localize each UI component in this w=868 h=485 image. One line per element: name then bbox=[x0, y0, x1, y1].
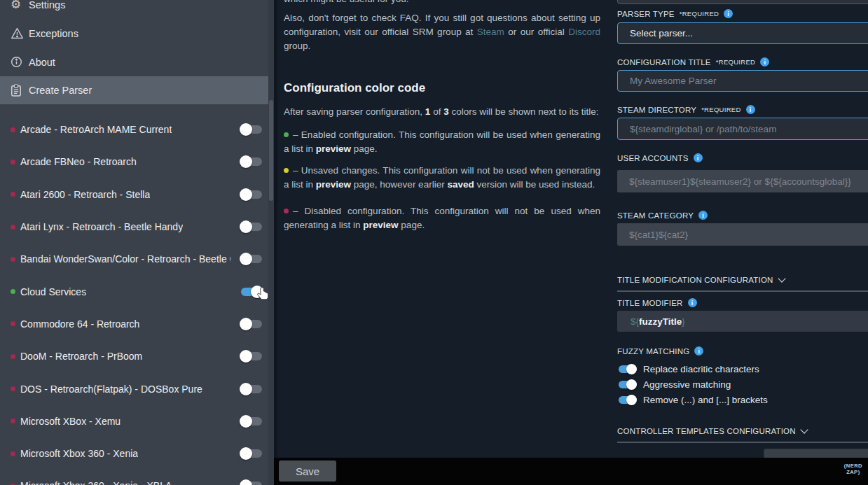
steam-directory-input[interactable] bbox=[617, 118, 868, 140]
documentation-panel: which might be useful for you. Also, don… bbox=[274, 0, 616, 485]
parser-label: Cloud Services bbox=[20, 286, 86, 297]
parser-toggle[interactable] bbox=[241, 481, 262, 485]
status-dot bbox=[11, 354, 15, 359]
parser-label: DOS - Retroarch(Flatpak) - DOSBox Pure bbox=[20, 384, 202, 395]
info-icon[interactable]: i bbox=[694, 346, 703, 356]
title-modifier-label: TITLE MODIFIER i bbox=[617, 298, 697, 307]
warning-icon bbox=[11, 27, 29, 41]
parser-row-cloud-services[interactable]: Cloud Services bbox=[0, 275, 274, 307]
parser-row[interactable]: Atari Lynx - Retroarch - Beetle Handy bbox=[0, 211, 274, 243]
doc-heading: Configuration color code bbox=[284, 81, 425, 95]
steam-directory-label: STEAM DIRECTORY *REQUIRED i bbox=[617, 105, 755, 114]
bottom-action-bar: Save (NERD ZAP) bbox=[274, 458, 868, 485]
info-icon bbox=[11, 55, 29, 69]
steam-category-input[interactable] bbox=[617, 223, 868, 246]
parser-label: Microsoft XBox - Xemu bbox=[20, 416, 120, 427]
user-accounts-label: USER ACCOUNTS i bbox=[617, 153, 703, 162]
parser-toggle[interactable] bbox=[241, 449, 262, 458]
status-dot bbox=[11, 419, 15, 423]
parser-row[interactable]: Microsoft Xbox 360 - Xenia - XBLA bbox=[0, 470, 274, 485]
toggle-on[interactable] bbox=[619, 395, 637, 405]
info-icon[interactable]: i bbox=[724, 9, 733, 18]
steam-link[interactable]: Steam bbox=[477, 27, 504, 37]
configuration-title-input[interactable] bbox=[617, 70, 868, 92]
chevron-down-icon bbox=[800, 426, 808, 433]
parser-row[interactable]: Atari 2600 - Retroarch - Stella bbox=[0, 178, 274, 211]
parser-toggle[interactable] bbox=[241, 125, 262, 134]
status-dot bbox=[11, 192, 15, 197]
parser-row[interactable]: DOS - Retroarch(Flatpak) - DOSBox Pure bbox=[0, 372, 274, 405]
info-icon[interactable]: i bbox=[694, 153, 703, 162]
doc-intro-paragraph: Also, don't forget to check FAQ. If you … bbox=[284, 11, 600, 53]
parser-list: Arcade - RetroArch MAME Current Arcade F… bbox=[0, 113, 274, 485]
info-icon[interactable]: i bbox=[698, 211, 708, 220]
parser-label: Arcade - RetroArch MAME Current bbox=[20, 124, 172, 135]
parser-toggle[interactable] bbox=[241, 351, 262, 361]
sidebar-scrollbar-thumb[interactable] bbox=[269, 100, 273, 201]
parser-row[interactable]: Bandai WonderSwan/Color - Retroarch - Be… bbox=[0, 243, 274, 275]
status-dot bbox=[11, 451, 15, 456]
parser-config-form: PARSER TYPE *REQUIRED i Select parser...… bbox=[616, 0, 868, 485]
toggle-on[interactable] bbox=[619, 380, 637, 389]
yellow-dot-icon bbox=[284, 168, 289, 173]
parser-label: Microsoft Xbox 360 - Xenia - XBLA bbox=[20, 480, 172, 485]
status-dot bbox=[11, 160, 15, 164]
save-button[interactable]: Save bbox=[279, 461, 336, 482]
doc-bullet-disabled: – Disabled configuration. This configura… bbox=[284, 204, 600, 232]
parser-toggle[interactable] bbox=[241, 319, 262, 329]
sidebar-item-label: Exceptions bbox=[29, 28, 78, 39]
sidebar-item-create-parser[interactable]: Create Parser bbox=[0, 76, 274, 104]
toggle-on[interactable] bbox=[619, 365, 637, 374]
info-icon[interactable]: i bbox=[688, 298, 697, 307]
sidebar-item-exceptions[interactable]: Exceptions bbox=[0, 19, 274, 48]
fuzzy-toggle-diacritic[interactable]: Replace diacritic characters bbox=[619, 363, 759, 375]
fuzzy-toggle-aggressive[interactable]: Aggressive matching bbox=[619, 378, 731, 391]
parser-type-label: PARSER TYPE *REQUIRED i bbox=[617, 9, 733, 18]
fuzzy-toggle-brackets[interactable]: Remove (...) and [...] brackets bbox=[619, 393, 768, 406]
doc-clipped-line: which might be useful for you. bbox=[284, 0, 600, 4]
parser-label: DooM - Retroarch - PrBoom bbox=[20, 351, 142, 362]
sidebar-nav: ⚙ Settings Exceptions About Create Pars bbox=[0, 0, 274, 104]
steam-category-label: STEAM CATEGORY i bbox=[617, 211, 708, 220]
sidebar-item-settings[interactable]: ⚙ Settings bbox=[0, 0, 274, 19]
discord-link[interactable]: Discord bbox=[568, 27, 600, 37]
status-dot bbox=[11, 257, 15, 262]
watermark: (NERD ZAP) bbox=[844, 463, 862, 475]
parser-row[interactable]: Microsoft Xbox 360 - Xenia bbox=[0, 437, 274, 470]
parser-toggle[interactable] bbox=[241, 416, 262, 426]
controller-templates-section-header[interactable]: CONTROLLER TEMPLATES CONFIGURATION bbox=[617, 427, 868, 443]
title-modification-section-header[interactable]: TITLE MODIFICATION CONFIGURATION bbox=[617, 276, 868, 292]
info-icon[interactable]: i bbox=[760, 57, 769, 66]
parser-row[interactable]: DooM - Retroarch - PrBoom bbox=[0, 340, 274, 372]
chevron-down-icon bbox=[778, 274, 785, 282]
title-modifier-input[interactable]: ${fuzzyTitle} bbox=[617, 311, 868, 332]
status-dot bbox=[11, 321, 15, 326]
parser-toggle[interactable] bbox=[241, 254, 262, 264]
parser-toggle[interactable] bbox=[241, 287, 262, 297]
parser-row[interactable]: Arcade FBNeo - Retroarch bbox=[0, 146, 274, 178]
parser-toggle[interactable] bbox=[241, 384, 262, 394]
doc-scrollbar[interactable] bbox=[274, 0, 277, 485]
sidebar-item-label: Create Parser bbox=[29, 85, 92, 96]
parser-label: Microsoft Xbox 360 - Xenia bbox=[20, 448, 138, 459]
clipboard-icon bbox=[11, 83, 29, 97]
sidebar: ⚙ Settings Exceptions About Create Pars bbox=[0, 0, 274, 485]
parser-toggle[interactable] bbox=[241, 190, 262, 199]
parser-row[interactable]: Commodore 64 - Retroarch bbox=[0, 308, 274, 340]
parser-row[interactable]: Microsoft XBox - Xemu bbox=[0, 405, 274, 437]
parser-label: Commodore 64 - Retroarch bbox=[20, 318, 139, 330]
parser-type-select[interactable]: Select parser... bbox=[617, 22, 868, 44]
configuration-title-label: CONFIGURATION TITLE *REQUIRED i bbox=[617, 57, 769, 66]
user-accounts-input[interactable] bbox=[617, 170, 868, 192]
green-dot-icon bbox=[284, 132, 289, 137]
doc-after-save-line: After saving parser configuration, 1 of … bbox=[284, 105, 600, 119]
parser-toggle[interactable] bbox=[241, 157, 262, 167]
parser-row[interactable]: Arcade - RetroArch MAME Current bbox=[0, 113, 274, 146]
sidebar-scrollbar[interactable] bbox=[268, 0, 274, 485]
status-dot bbox=[11, 289, 15, 294]
info-icon[interactable]: i bbox=[746, 105, 755, 114]
parser-toggle[interactable] bbox=[241, 222, 262, 232]
status-dot bbox=[11, 386, 15, 391]
gear-icon: ⚙ bbox=[11, 0, 29, 12]
sidebar-item-about[interactable]: About bbox=[0, 48, 274, 76]
